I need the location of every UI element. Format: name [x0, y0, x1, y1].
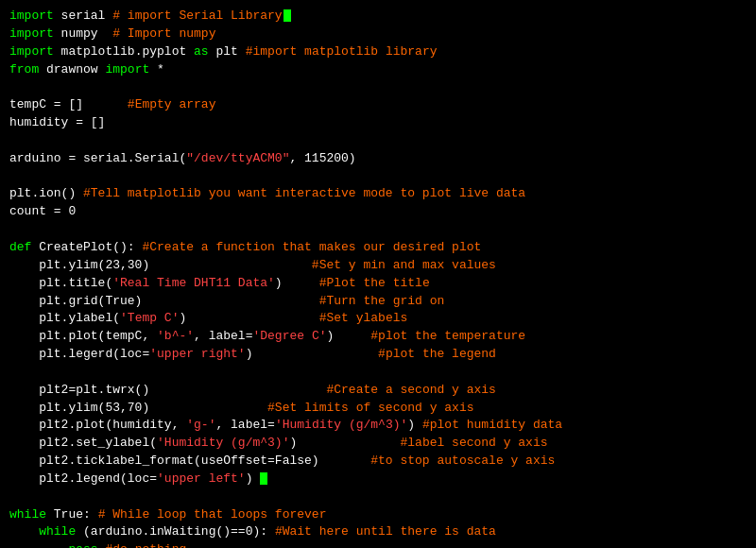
line-21	[9, 364, 747, 382]
line-31: pass #do nothing	[9, 541, 747, 548]
line-4: from drawnow import *	[9, 61, 747, 79]
line-10	[9, 168, 747, 186]
line-17: plt.grid(True) #Turn the grid on	[9, 293, 747, 311]
line-13	[9, 221, 747, 239]
line-25: plt2.set_ylabel('Humidity (g/m^3)') #lab…	[9, 435, 747, 453]
line-24: plt2.plot(humidity, 'g-', label='Humidit…	[9, 417, 747, 435]
code-editor: import serial # import Serial Library im…	[0, 0, 756, 548]
line-29: while True: # While loop that loops fore…	[9, 506, 747, 524]
line-18: plt.ylabel('Temp C') #Set ylabels	[9, 310, 747, 328]
line-7: humidity = []	[9, 114, 747, 132]
line-1: import serial # import Serial Library	[9, 8, 747, 26]
line-2: import numpy # Import numpy	[9, 26, 747, 43]
line-9: arduino = serial.Serial("/dev/ttyACM0", …	[9, 150, 747, 168]
line-19: plt.plot(tempC, 'b^-', label='Degree C')…	[9, 328, 747, 346]
line-30: while (arduino.inWaiting()==0): #Wait he…	[9, 523, 747, 541]
line-20: plt.legerd(loc='upper right') #plot the …	[9, 346, 747, 364]
line-15: plt.ylim(23,30) #Set y min and max value…	[9, 257, 747, 275]
line-14: def CreatePlot(): #Create a function tha…	[9, 239, 747, 257]
line-22: plt2=plt.twrx() #Create a second y axis	[9, 382, 747, 400]
line-28	[9, 488, 747, 506]
line-8	[9, 132, 747, 150]
line-27: plt2.legend(loc='upper left')	[9, 471, 747, 488]
line-16: plt.title('Real Time DHT11 Data') #Plot …	[9, 275, 747, 293]
line-3: import matplotlib.pyplot as plt #import …	[9, 43, 747, 61]
line-12: count = 0	[9, 203, 747, 221]
line-11: plt.ion() #Tell matplotlib you want inte…	[9, 185, 747, 203]
line-26: plt2.ticklabel_format(useOffset=False) #…	[9, 453, 747, 471]
line-6: tempC = [] #Empty array	[9, 96, 747, 114]
line-23: plt.ylim(53,70) #Set limits of second y …	[9, 400, 747, 418]
line-5	[9, 78, 747, 96]
